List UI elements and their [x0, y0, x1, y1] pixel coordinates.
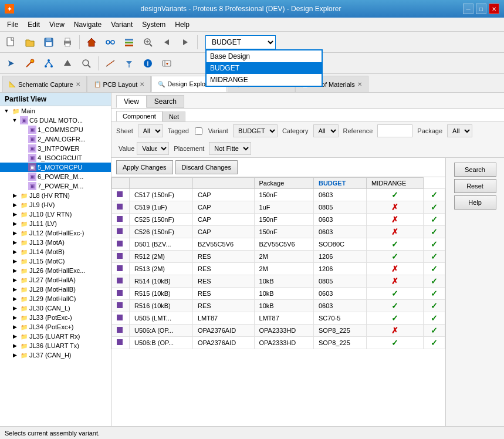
table-row[interactable]: C526 (150nF) CAP 150nF 0603 ✗ ✓ [112, 226, 445, 238]
circuit-btn[interactable] [102, 34, 119, 50]
zoom-btn[interactable] [139, 34, 157, 50]
table-row[interactable]: U506:B (OP... OPA2376AID OPA2333HD SOP8_… [112, 337, 445, 349]
tree-item-jl14[interactable]: ▶ 📁 JL14 (MotB) [0, 247, 111, 256]
layers-btn[interactable] [120, 34, 138, 50]
tree-item-power-m1[interactable]: ▣ 6_POWER_M... [0, 172, 111, 181]
tab-pcb-close[interactable]: ✕ [140, 81, 144, 87]
variant-dropdown-container[interactable]: Base Design BUDGET MIDRANGE Base Design … [205, 35, 276, 49]
table-row[interactable]: R514 (10kB) RES 10kB 0805 ✗ ✓ [112, 275, 445, 288]
print-btn[interactable] [59, 34, 76, 50]
table-row[interactable]: R512 (2M) RES 2M 1206 ✓ ✓ [112, 251, 445, 263]
tree-item-jl37[interactable]: ▶ 📁 JL37 (CAN_H) [0, 350, 111, 360]
up-btn[interactable] [59, 55, 76, 72]
tree-item-jl34[interactable]: ▶ 📁 JL34 (PotExc+) [0, 322, 111, 332]
maximize-button[interactable]: □ [476, 4, 486, 14]
tree-item-jl15[interactable]: ▶ 📁 JL15 (MotC) [0, 256, 111, 266]
tree-item-motorcpu[interactable]: ▣ 5_MOTORCPU [0, 163, 111, 172]
menu-variant[interactable]: Variant [106, 19, 137, 30]
reference-input[interactable] [377, 124, 412, 137]
table-row[interactable]: D501 (BZV... BZV55C5V6 BZV55C5V6 SOD80C … [112, 238, 445, 251]
table-row[interactable]: C519 (1uF) CAP 1uF 0805 ✗ ✓ [112, 201, 445, 214]
arrow-btn[interactable] [2, 55, 20, 72]
tree-item-jl33[interactable]: ▶ 📁 JL33 (PotExc-) [0, 313, 111, 322]
tree-root-main[interactable]: ▼ 📁 Main [0, 106, 111, 116]
table-row[interactable]: U505 (LMT... LMT87 LMT87 SC70-5 ✓ ✓ [112, 312, 445, 325]
tree-item-jl36[interactable]: ▶ 📁 JL36 (LUART Tx) [0, 341, 111, 350]
tree-item-intpower[interactable]: ▣ 3_INTPOWER [0, 144, 111, 153]
tree-item-analog[interactable]: ▣ 2_ANALOGFR... [0, 134, 111, 144]
search-button[interactable]: Search [454, 163, 496, 177]
help-button[interactable]: Help [454, 195, 496, 210]
variant-tool-btn[interactable]: ▼ [158, 55, 175, 72]
minimize-button[interactable]: ─ [463, 4, 473, 14]
tree-item-jl28[interactable]: ▶ 📁 JL28 (MotHallB) [0, 285, 111, 294]
tab-bom-close[interactable]: ✕ [357, 81, 362, 87]
fwd-btn[interactable] [177, 34, 194, 50]
table-row[interactable]: R513 (2M) RES 2M 1206 ✗ ✓ [112, 263, 445, 275]
tree-item-jl29[interactable]: ▶ 📁 JL29 (MotHallC) [0, 294, 111, 303]
package-select[interactable]: All [447, 124, 472, 137]
table-row[interactable]: U506:A (OP... OPA2376AID OPA2333HD SOP8_… [112, 325, 445, 337]
arrow: ▶ [11, 343, 19, 349]
tab-pcb[interactable]: 📋 PCB Layout ✕ [87, 76, 151, 92]
placement-select[interactable]: Not Fitte [209, 142, 251, 155]
tab-component[interactable]: Component [116, 111, 163, 121]
discard-changes-button[interactable]: Discard Changes [175, 160, 238, 174]
tab-view[interactable]: View [116, 95, 147, 108]
tree-item-jl26[interactable]: ▶ 📁 JL26 (MotHallExc... [0, 266, 111, 275]
net-btn[interactable] [40, 55, 57, 72]
row-midrange: ✓ [424, 214, 445, 226]
tree-item-jl13[interactable]: ▶ 📁 JL13 (MotA) [0, 238, 111, 247]
menu-file[interactable]: File [2, 19, 23, 30]
apply-changes-button[interactable]: Apply Changes [116, 160, 173, 174]
table-row[interactable]: C525 (150nF) CAP 150nF 0603 ✗ ✓ [112, 214, 445, 226]
tree-item-jl9[interactable]: ▶ 📁 JL9 (HV) [0, 200, 111, 210]
tree-item-jl12[interactable]: ▶ 📁 JL12 (MotHallExc-) [0, 228, 111, 238]
tree-item-jl27[interactable]: ▶ 📁 JL27 (MotHallA) [0, 275, 111, 285]
tree-item-jl11[interactable]: ▶ 📁 JL11 (LV) [0, 219, 111, 228]
menu-navigate[interactable]: Navigate [69, 19, 106, 30]
sheet-select[interactable]: All [138, 124, 163, 137]
table-row[interactable]: R515 (10kB) RES 10kB 0603 ✓ ✓ [112, 288, 445, 300]
reset-button[interactable]: Reset [454, 179, 496, 193]
category-select[interactable]: All [313, 124, 339, 137]
tree-item-commscpu[interactable]: ▣ 1_COMMSCPU [0, 125, 111, 134]
close-button[interactable]: ✕ [489, 4, 499, 14]
tree-item-jl10[interactable]: ▶ 📁 JL10 (LV RTN) [0, 210, 111, 219]
menu-system[interactable]: System [137, 19, 170, 30]
probe-btn[interactable] [21, 55, 39, 72]
menu-help[interactable]: Help [170, 19, 194, 30]
save-btn[interactable] [40, 34, 57, 50]
search2-btn[interactable] [77, 55, 95, 72]
home-btn[interactable] [83, 34, 100, 50]
table-row[interactable]: R516 (10kB) RES 10kB 0603 ✓ ✓ [112, 300, 445, 312]
tab-net[interactable]: Net [163, 112, 185, 121]
new-btn[interactable] [2, 34, 20, 50]
tree-item-power-m2[interactable]: ▣ 7_POWER_M... [0, 181, 111, 191]
variant-option-midrange[interactable]: MIDRANGE [207, 74, 322, 86]
info-btn[interactable]: i [139, 55, 157, 72]
back-btn[interactable] [158, 34, 175, 50]
menu-view[interactable]: View [45, 19, 69, 30]
tree-item-jl35[interactable]: ▶ 📁 JL35 (LUART Rx) [0, 332, 111, 341]
tree-item-jl8[interactable]: ▶ 📁 JL8 (HV RTN) [0, 191, 111, 200]
tree-label-power-m1: 6_POWER_M... [38, 173, 83, 180]
transfer-btn[interactable] [120, 55, 138, 72]
tree-item-c6[interactable]: ▼ ▣ C6 DUAL MOTO... [0, 116, 111, 125]
measure-btn[interactable] [102, 55, 119, 72]
tagged-checkbox[interactable] [195, 127, 202, 135]
tab-schematic-close[interactable]: ✕ [76, 81, 80, 87]
open-btn[interactable] [21, 34, 39, 50]
variant-filter-select[interactable]: BUDGET [233, 124, 278, 137]
menu-edit[interactable]: Edit [23, 19, 45, 30]
tab-search[interactable]: Search [147, 95, 184, 108]
table-row[interactable]: C517 (150nF) CAP 150nF 0603 ✓ ✓ [112, 189, 445, 201]
variant-select[interactable]: Base Design BUDGET MIDRANGE [205, 35, 276, 49]
tree-item-isocircuit[interactable]: ▣ 4_ISOCIRCUIT [0, 153, 111, 163]
row-ref: R512 (2M) [130, 251, 193, 263]
variant-option-base[interactable]: Base Design [207, 50, 322, 62]
value-select[interactable]: Value ▼ [137, 142, 169, 155]
tree-item-jl30[interactable]: ▶ 📁 JL30 (CAN_L) [0, 303, 111, 313]
variant-option-budget[interactable]: BUDGET [207, 62, 322, 74]
tab-schematic[interactable]: 📐 Schematic Capture ✕ [2, 76, 87, 92]
